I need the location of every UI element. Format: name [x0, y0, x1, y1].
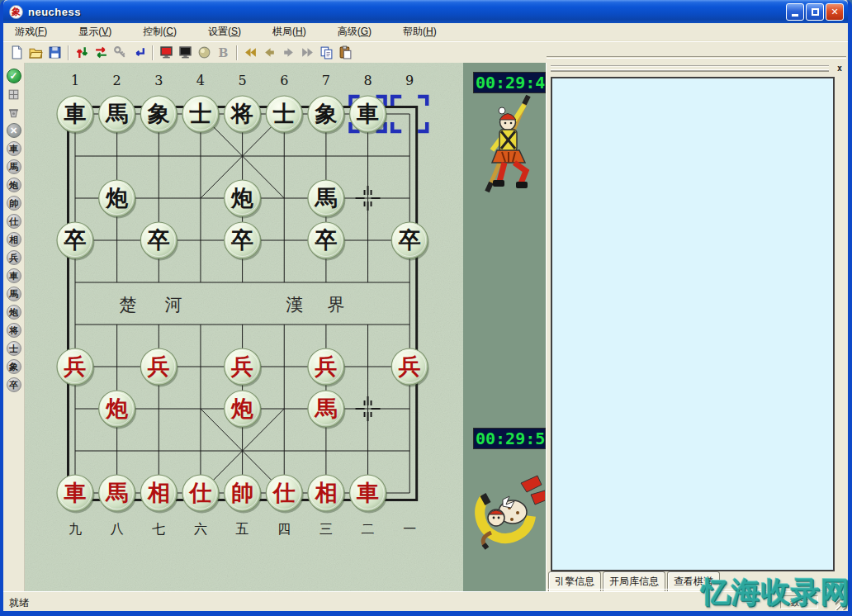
app-icon: 象	[9, 5, 23, 19]
toolbar: B	[3, 41, 848, 63]
numlock-indicator: 数字	[780, 595, 818, 609]
panel-top-groove	[547, 56, 846, 59]
minimize-icon	[792, 14, 798, 17]
menu-item-6[interactable]: 高级(G)	[329, 22, 383, 41]
setup-board-button[interactable]	[4, 85, 23, 103]
svg-text:炮: 炮	[105, 185, 128, 211]
svg-text:士: 士	[272, 101, 296, 126]
palette-piece-icon: 仕	[7, 214, 21, 229]
last-move-icon	[301, 45, 315, 59]
palette-piece-4[interactable]: 帥	[4, 194, 23, 212]
resize-grip[interactable]	[835, 599, 847, 610]
svg-text:車: 車	[356, 480, 379, 505]
palette-piece-icon: 車	[7, 268, 21, 283]
menu-item-4[interactable]: 设置(S)	[200, 22, 253, 41]
window-title: neuchess	[28, 6, 784, 18]
panel-close-button[interactable]: x	[834, 63, 845, 74]
save-button[interactable]	[45, 44, 64, 62]
swap-sides-button[interactable]	[92, 44, 111, 62]
clear-board-button[interactable]	[4, 103, 23, 121]
clear-board-icon	[7, 106, 21, 120]
new-button[interactable]	[7, 44, 26, 62]
menu-item-7[interactable]: 帮助(H)	[395, 22, 448, 41]
ball-icon	[197, 45, 211, 59]
confirm-button[interactable]: ✓	[4, 67, 23, 85]
maximize-button[interactable]	[806, 3, 824, 21]
engine-info-textarea[interactable]	[551, 77, 835, 571]
new-icon	[10, 45, 24, 59]
palette-piece-13[interactable]: 象	[4, 358, 23, 376]
status-bar: 就绪 数字	[3, 591, 848, 611]
svg-text:馬: 馬	[104, 480, 128, 505]
svg-text:馬: 馬	[313, 396, 337, 421]
svg-text:卒: 卒	[398, 227, 421, 253]
bold-b-button[interactable]: B	[214, 44, 233, 62]
palette-piece-10[interactable]: 炮	[4, 303, 23, 321]
svg-text:二: 二	[362, 521, 375, 537]
svg-text:2: 2	[113, 73, 121, 88]
svg-text:三: 三	[320, 521, 333, 537]
board-red-button[interactable]	[157, 44, 176, 62]
palette-piece-5[interactable]: 仕	[4, 212, 23, 230]
palette-piece-2[interactable]: 馬	[4, 158, 23, 176]
board-pane[interactable]: 123456789九八七六五四三二一楚河漢界 車馬象士将士象車炮炮馬卒卒卒卒卒兵…	[25, 63, 546, 591]
svg-text:馬: 馬	[313, 185, 337, 211]
paste-button[interactable]	[336, 44, 355, 62]
palette-piece-9[interactable]: 馬	[4, 285, 23, 303]
menu-item-3[interactable]: 控制(C)	[135, 22, 188, 41]
palette-piece-1[interactable]: 車	[4, 140, 23, 158]
menu-item-2[interactable]: 显示(V)	[70, 22, 123, 41]
svg-text:車: 車	[356, 101, 379, 126]
palette-piece-12[interactable]: 士	[4, 339, 23, 358]
save-icon	[48, 45, 62, 59]
palette-piece-14[interactable]: 卒	[4, 376, 23, 394]
svg-text:兵: 兵	[64, 353, 87, 379]
ball-button[interactable]	[195, 44, 214, 62]
palette-piece-icon: 馬	[7, 159, 21, 174]
svg-text:卒: 卒	[314, 227, 337, 253]
title-bar: 象 neuchess ✕	[3, 0, 848, 23]
enter-move-button[interactable]	[130, 44, 149, 62]
menu-item-1[interactable]: 游戏(F)	[7, 22, 59, 41]
palette-piece-8[interactable]: 車	[4, 267, 23, 285]
svg-text:5: 5	[239, 73, 247, 88]
close-button[interactable]: ✕	[826, 3, 844, 21]
bold-b-icon: B	[219, 46, 229, 59]
palette-piece-icon: 帥	[7, 196, 21, 211]
key-button[interactable]	[111, 44, 130, 62]
svg-text:仕: 仕	[188, 480, 211, 505]
monkey-king-bottom-illustration	[466, 465, 545, 552]
menu-bar: 游戏(F)显示(V)控制(C)设置(S)棋局(H)高级(G)帮助(H)	[3, 23, 848, 41]
paste-icon	[338, 45, 353, 59]
svg-text:将: 将	[230, 101, 253, 126]
first-move-button[interactable]	[241, 44, 260, 62]
board-black-button[interactable]	[176, 44, 195, 62]
svg-text:卒: 卒	[64, 227, 87, 253]
palette-piece-icon: 馬	[7, 287, 21, 301]
close-icon: ✕	[831, 7, 838, 17]
palette-piece-6[interactable]: 相	[4, 230, 23, 249]
flip-updown-button[interactable]	[73, 44, 92, 62]
palette-piece-icon: 兵	[7, 250, 21, 265]
copy-button[interactable]	[317, 44, 336, 62]
palette-piece-11[interactable]: 将	[4, 321, 23, 339]
xiangqi-board[interactable]: 123456789九八七六五四三二一楚河漢界 車馬象士将士象車炮炮馬卒卒卒卒卒兵…	[25, 63, 463, 591]
next-move-button[interactable]	[279, 44, 298, 62]
last-move-button[interactable]	[298, 44, 317, 62]
svg-text:九: 九	[69, 521, 82, 537]
open-button[interactable]	[26, 44, 45, 62]
svg-text:4: 4	[196, 73, 205, 88]
svg-text:六: 六	[194, 521, 207, 537]
minimize-button[interactable]	[786, 3, 804, 21]
cancel-button[interactable]: ✕	[4, 121, 23, 140]
svg-text:士: 士	[188, 101, 211, 126]
board-black-icon	[178, 45, 192, 59]
svg-text:3: 3	[154, 73, 163, 88]
palette-piece-3[interactable]: 炮	[4, 176, 23, 194]
palette-piece-7[interactable]: 兵	[4, 249, 23, 267]
palette-piece-icon: 卒	[7, 377, 21, 392]
svg-text:河: 河	[165, 295, 182, 315]
prev-move-button[interactable]	[260, 44, 279, 62]
menu-item-5[interactable]: 棋局(H)	[264, 22, 318, 41]
piece-palette-sidebar: ✓✕車馬炮帥仕相兵車馬炮将士象卒	[3, 63, 25, 591]
